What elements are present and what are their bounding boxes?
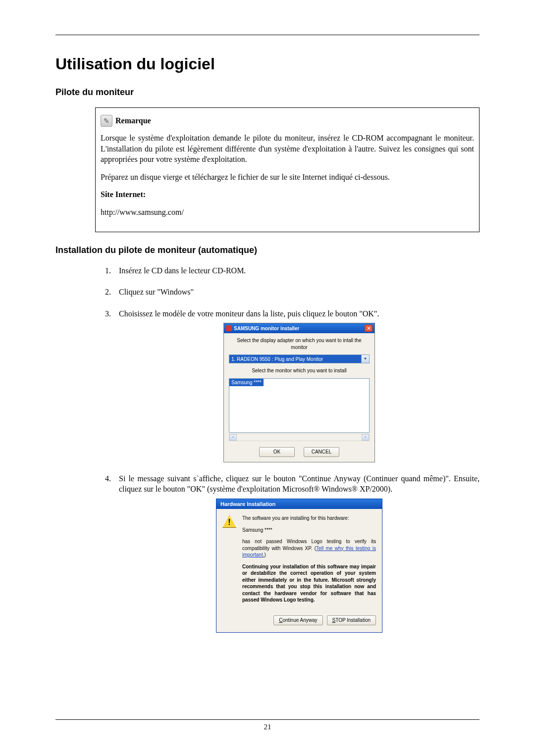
note-site-label: Site Internet:: [101, 189, 474, 200]
ok-button[interactable]: OK: [259, 447, 295, 457]
hw-line-3: has not passed Windows Logo testing to v…: [242, 538, 376, 558]
installer-instruction-1: Select the display adapter on which you …: [229, 337, 370, 351]
chevron-down-icon[interactable]: ▼: [361, 355, 369, 363]
hardware-installation-dialog: Hardware Installation ! The software you…: [216, 499, 382, 633]
cancel-button[interactable]: CANCEL: [304, 447, 339, 457]
section-heading-driver: Pilote du moniteur: [55, 87, 480, 98]
note-box: ✎ Remarque Lorsque le système d'exploita…: [95, 107, 480, 232]
close-button[interactable]: ✕: [365, 325, 373, 332]
top-divider: [55, 35, 480, 35]
step-4-text: Si le message suivant s`affiche, cliquez…: [119, 474, 480, 494]
page-title: Utilisation du logiciel: [55, 55, 480, 73]
installer-instruction-2: Select the monitor which you want to ins…: [229, 367, 370, 374]
stop-installation-button[interactable]: STOP Installation: [327, 615, 376, 625]
adapter-selected: 1. RADEON 9550 : Plug and Play Monitor: [229, 355, 361, 363]
hw-warning-text: Continuing your installation of this sof…: [242, 563, 376, 604]
page-number: 21: [264, 723, 271, 731]
warning-icon: !: [222, 515, 236, 528]
section-heading-install: Installation du pilote de moniteur (auto…: [55, 245, 480, 255]
adapter-dropdown[interactable]: 1. RADEON 9550 : Plug and Play Monitor ▼: [229, 354, 370, 363]
list-item[interactable]: Samsung ****: [229, 379, 264, 387]
hw-line-2: Samsung ****: [242, 527, 376, 534]
monitor-listbox[interactable]: Samsung ****: [229, 378, 370, 433]
page-footer: 21: [55, 719, 480, 731]
note-url: http://www.samsung.com/: [101, 207, 474, 218]
step-3-text: Choisissez le modèle de votre moniteur d…: [119, 309, 379, 318]
steps-list: Insérez le CD dans le lecteur CD-ROM. Cl…: [113, 265, 480, 633]
continue-anyway-button[interactable]: Continue Anyway: [273, 615, 322, 625]
installer-dialog: SAMSUNG monitor installer ✕ Select the d…: [223, 323, 375, 462]
note-icon: ✎: [101, 115, 112, 127]
hw-line-1: The software you are installing for this…: [242, 515, 376, 522]
step-4: Si le message suivant s`affiche, cliquez…: [113, 473, 480, 633]
installer-title-text: SAMSUNG monitor installer: [234, 325, 299, 332]
note-paragraph-2: Préparez un disque vierge et téléchargez…: [101, 172, 474, 183]
installer-titlebar: SAMSUNG monitor installer ✕: [224, 323, 374, 333]
installer-app-icon: [226, 325, 232, 331]
hw-titlebar: Hardware Installation: [216, 499, 382, 509]
horizontal-scrollbar[interactable]: ‹ ›: [229, 434, 370, 441]
scroll-right-icon[interactable]: ›: [362, 434, 369, 441]
step-2: Cliquez sur "Windows": [113, 287, 480, 298]
step-3: Choisissez le modèle de votre moniteur d…: [113, 308, 480, 462]
note-paragraph-1: Lorsque le système d'exploitation demand…: [101, 133, 474, 165]
step-1: Insérez le CD dans le lecteur CD-ROM.: [113, 265, 480, 276]
note-title: Remarque: [115, 116, 151, 125]
scroll-left-icon[interactable]: ‹: [229, 434, 237, 441]
